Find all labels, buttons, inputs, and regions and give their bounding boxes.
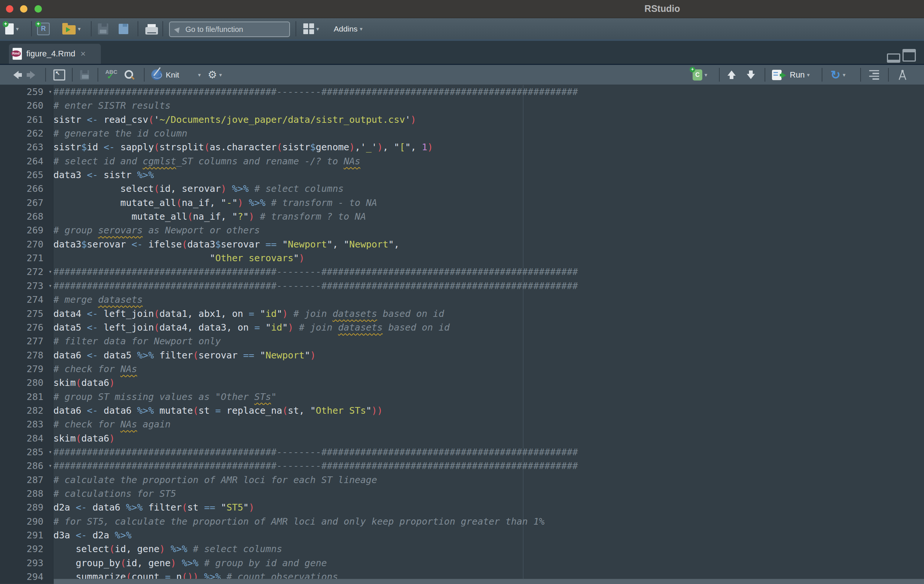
code-text[interactable]: skim(data6) bbox=[53, 432, 115, 445]
line-number-gutter[interactable]: 269 bbox=[0, 223, 53, 237]
code-line[interactable]: 276data5 <- left_join(data4, data3, on =… bbox=[0, 321, 924, 334]
code-text[interactable]: ########################################… bbox=[53, 459, 578, 473]
code-text[interactable]: select(id, gene) %>% # select columns bbox=[53, 542, 282, 556]
code-line[interactable]: 291d3a <- d2a %>% bbox=[0, 528, 924, 542]
code-text[interactable]: data3 <- sistr %>% bbox=[53, 168, 154, 182]
fold-arrow-icon[interactable]: ▾ bbox=[49, 279, 52, 293]
document-outline-button[interactable] bbox=[869, 65, 879, 84]
line-number-gutter[interactable]: 273▾ bbox=[0, 279, 53, 293]
line-number-gutter[interactable]: 277 bbox=[0, 334, 53, 348]
code-text[interactable]: # generate the id column bbox=[53, 127, 187, 140]
code-text[interactable]: select(id, serovar) %>% # select columns bbox=[53, 182, 344, 195]
code-text[interactable]: sistr$id <- sapply(strsplit(as.character… bbox=[53, 140, 433, 154]
line-number-gutter[interactable]: 279 bbox=[0, 362, 53, 376]
zoom-window-button[interactable] bbox=[35, 5, 42, 13]
line-number-gutter[interactable]: 291 bbox=[0, 528, 53, 542]
goto-file-box[interactable] bbox=[169, 22, 290, 37]
line-number-gutter[interactable]: 286▾ bbox=[0, 459, 53, 473]
code-text[interactable]: # enter SISTR results bbox=[53, 99, 170, 112]
addins-button[interactable]: Addins ▾ bbox=[334, 18, 363, 39]
line-number-gutter[interactable]: 293 bbox=[0, 556, 53, 570]
code-line[interactable]: 260# enter SISTR results bbox=[0, 99, 924, 112]
line-number-gutter[interactable]: 274 bbox=[0, 293, 53, 306]
close-tab-icon[interactable]: × bbox=[81, 50, 86, 58]
code-text[interactable]: # for ST5, calculate the proportion of A… bbox=[53, 515, 544, 528]
code-line[interactable]: 273▾####################################… bbox=[0, 279, 924, 293]
code-text[interactable]: mutate_all(na_if, "-") %>% # transform -… bbox=[53, 196, 377, 210]
code-text[interactable]: skim(data6) bbox=[53, 376, 115, 390]
line-number-gutter[interactable]: 280 bbox=[0, 376, 53, 390]
code-text[interactable]: # select id and cgmlst_ST columns and re… bbox=[53, 154, 360, 168]
code-line[interactable]: 277# filter data for Newport only bbox=[0, 334, 924, 348]
settings-button[interactable]: ⚙ ▾ bbox=[208, 65, 222, 84]
code-line[interactable]: 293 group_by(id, gene) %>% # group by id… bbox=[0, 556, 924, 570]
minimize-window-button[interactable] bbox=[20, 5, 28, 13]
code-text[interactable]: data6 <- data5 %>% filter(serovar == "Ne… bbox=[53, 348, 316, 362]
code-line[interactable]: 286▾####################################… bbox=[0, 459, 924, 473]
code-line[interactable]: 284skim(data6) bbox=[0, 432, 924, 445]
line-number-gutter[interactable]: 276 bbox=[0, 321, 53, 334]
save-button[interactable] bbox=[98, 18, 108, 39]
code-text[interactable]: # calculations for ST5 bbox=[53, 487, 176, 501]
code-line[interactable]: 274# merge datasets bbox=[0, 293, 924, 306]
goto-file-input[interactable] bbox=[185, 25, 275, 34]
line-number-gutter[interactable]: 270 bbox=[0, 237, 53, 251]
line-number-gutter[interactable]: 262 bbox=[0, 127, 53, 140]
line-number-gutter[interactable]: 278 bbox=[0, 348, 53, 362]
new-document-button[interactable]: + ▾ bbox=[5, 18, 19, 39]
insert-chunk-button[interactable]: C+ ▾ bbox=[693, 65, 708, 84]
horizontal-scrollbar[interactable] bbox=[54, 579, 924, 584]
code-line[interactable]: 267 mutate_all(na_if, "-") %>% # transfo… bbox=[0, 196, 924, 210]
code-text[interactable]: group_by(id, gene) %>% # group by id and… bbox=[53, 556, 327, 570]
line-number-gutter[interactable]: 282 bbox=[0, 404, 53, 417]
code-text[interactable]: # merge datasets bbox=[53, 293, 143, 306]
line-number-gutter[interactable]: 264 bbox=[0, 154, 53, 168]
knit-options-button[interactable]: ▾ bbox=[196, 65, 201, 84]
code-line[interactable]: 289d2a <- data6 %>% filter(st == "ST5") bbox=[0, 501, 924, 514]
code-text[interactable]: ########################################… bbox=[53, 85, 578, 99]
line-number-gutter[interactable]: 288 bbox=[0, 487, 53, 501]
code-text[interactable]: data4 <- left_join(data1, abx1, on = "id… bbox=[53, 307, 444, 321]
line-number-gutter[interactable]: 259▾ bbox=[0, 85, 53, 99]
code-text[interactable]: data6 <- data6 %>% mutate(st = replace_n… bbox=[53, 404, 383, 417]
code-text[interactable]: # check for NAs again bbox=[53, 417, 170, 431]
line-number-gutter[interactable]: 268 bbox=[0, 210, 53, 223]
line-number-gutter[interactable]: 287 bbox=[0, 473, 53, 487]
code-editor[interactable]: 259▾####################################… bbox=[0, 85, 924, 584]
code-text[interactable]: d2a <- data6 %>% filter(st == "ST5") bbox=[53, 501, 254, 514]
knit-button[interactable]: Knit bbox=[151, 65, 179, 84]
code-text[interactable]: data3$serovar <- ifelse(data3$serovar ==… bbox=[53, 237, 399, 251]
code-line[interactable]: 287# calculate the proportion of AMR loc… bbox=[0, 473, 924, 487]
fold-arrow-icon[interactable]: ▾ bbox=[49, 85, 52, 99]
code-line[interactable]: 265data3 <- sistr %>% bbox=[0, 168, 924, 182]
code-line[interactable]: 264# select id and cgmlst_ST columns and… bbox=[0, 154, 924, 168]
rerun-button[interactable]: ↻ ▾ bbox=[830, 65, 845, 84]
code-line[interactable]: 278data6 <- data5 %>% filter(serovar == … bbox=[0, 348, 924, 362]
spellcheck-button[interactable]: ABC ✓ bbox=[104, 65, 121, 84]
visual-editor-toggle[interactable] bbox=[897, 65, 908, 84]
open-file-button[interactable]: ▾ bbox=[62, 18, 81, 39]
next-chunk-button[interactable] bbox=[747, 65, 755, 84]
line-number-gutter[interactable]: 265 bbox=[0, 168, 53, 182]
line-number-gutter[interactable]: 294 bbox=[0, 570, 53, 584]
code-text[interactable]: ########################################… bbox=[53, 445, 578, 459]
code-line[interactable]: 279# check for NAs bbox=[0, 362, 924, 376]
line-number-gutter[interactable]: 260 bbox=[0, 99, 53, 112]
code-line[interactable]: 292 select(id, gene) %>% # select column… bbox=[0, 542, 924, 556]
code-line[interactable]: 272▾####################################… bbox=[0, 265, 924, 279]
close-window-button[interactable] bbox=[6, 5, 13, 13]
line-number-gutter[interactable]: 267 bbox=[0, 196, 53, 210]
code-line[interactable]: 270data3$serovar <- ifelse(data3$serovar… bbox=[0, 237, 924, 251]
code-line[interactable]: 266 select(id, serovar) %>% # select col… bbox=[0, 182, 924, 195]
code-line[interactable]: 283# check for NAs again bbox=[0, 417, 924, 431]
line-number-gutter[interactable]: 266 bbox=[0, 182, 53, 195]
code-line[interactable]: 261sistr <- read_csv('~/Documents/jove_p… bbox=[0, 113, 924, 127]
prev-chunk-button[interactable] bbox=[728, 65, 736, 84]
code-text[interactable]: # group ST missing values as "Other STs" bbox=[53, 390, 277, 404]
code-text[interactable]: # calculate the proportion of AMR loci f… bbox=[53, 473, 377, 487]
fold-arrow-icon[interactable]: ▾ bbox=[49, 445, 52, 459]
line-number-gutter[interactable]: 289 bbox=[0, 501, 53, 514]
code-text[interactable]: ########################################… bbox=[53, 279, 578, 293]
code-text[interactable]: "Other serovars") bbox=[53, 251, 304, 265]
print-button[interactable] bbox=[145, 18, 158, 39]
